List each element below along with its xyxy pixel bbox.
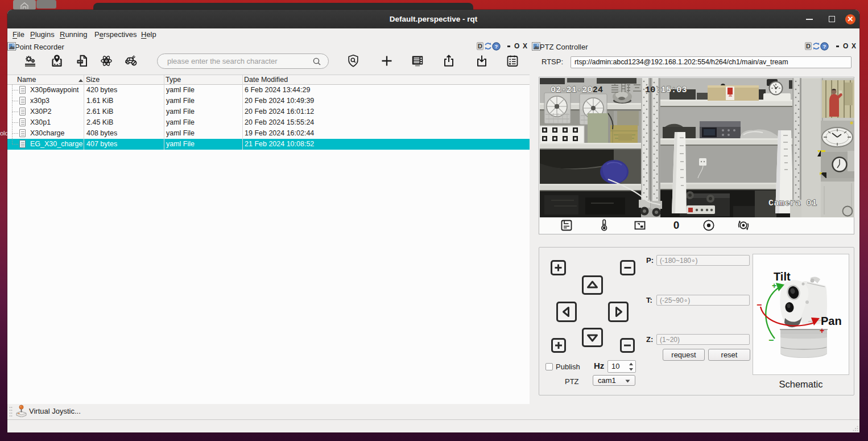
svg-text:0: 0 xyxy=(673,219,680,231)
svg-text:Pan: Pan xyxy=(821,315,842,327)
svg-text:−: − xyxy=(768,335,774,345)
svg-text:+: + xyxy=(772,281,776,290)
svg-text::15:03: :15:03 xyxy=(656,85,687,95)
svg-text:Camera 01: Camera 01 xyxy=(768,199,817,208)
svg-text:+: + xyxy=(820,326,824,335)
svg-text:−: − xyxy=(757,300,762,310)
svg-text:?: ? xyxy=(823,43,826,50)
svg-text:10: 10 xyxy=(645,85,655,95)
svg-text:24: 24 xyxy=(593,85,603,95)
svg-text:?: ? xyxy=(495,43,498,50)
svg-text:02-21-20: 02-21-20 xyxy=(551,85,593,95)
